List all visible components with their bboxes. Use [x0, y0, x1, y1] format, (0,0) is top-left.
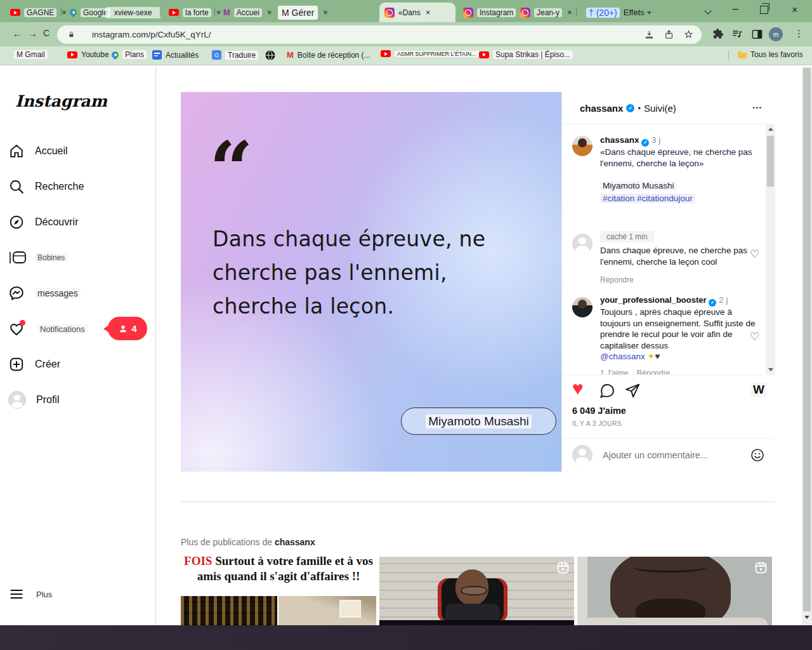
tab-close-icon[interactable]: × — [323, 8, 328, 17]
glasses — [461, 586, 487, 595]
thumb-photo-bottles — [181, 596, 277, 625]
thumbnail-post-3[interactable] — [577, 557, 772, 625]
instagram-logo[interactable]: Instagram — [15, 92, 107, 110]
window-restore-button[interactable] — [760, 6, 768, 14]
scroll-down-arrow[interactable] — [804, 616, 809, 619]
avatar[interactable] — [572, 297, 593, 317]
notification-dot — [20, 320, 25, 326]
scrollbar-thumb[interactable] — [767, 136, 774, 187]
tab-close-icon[interactable]: × — [426, 8, 431, 17]
youtube-favicon — [381, 50, 391, 57]
quote-line: cherche pas l'ennemi, — [213, 256, 485, 289]
side-panel-icon[interactable] — [751, 29, 763, 40]
bookmark-globe[interactable] — [265, 50, 275, 60]
tab-close-icon[interactable]: × — [567, 8, 572, 17]
bookmark-plans[interactable]: Plans — [112, 50, 147, 59]
reload-button[interactable]: C — [43, 28, 49, 38]
reel-icon — [557, 562, 569, 574]
bookmark-label: M Gmail — [14, 50, 48, 59]
section-divider — [181, 501, 775, 502]
follow-status[interactable]: Suivi(e) — [644, 103, 676, 114]
m-gradient-favicon: M — [223, 8, 230, 17]
avatar[interactable] — [572, 234, 593, 254]
thumb-photo-wall — [278, 596, 376, 625]
forward-button[interactable]: → — [28, 28, 37, 39]
thumbnail-post-1[interactable]: FOIS Surtout à votre famille et à vos am… — [181, 557, 376, 625]
bookmark-all-favorites[interactable]: Tous les favoris — [737, 50, 803, 59]
sidebar-item-decouvrir[interactable]: Découvrir — [8, 207, 148, 237]
url-text[interactable]: instagram.com/p/Cxfu5K_qYrL/ — [92, 30, 211, 39]
tab-title-count: (20+) — [596, 8, 617, 18]
back-button[interactable]: ← — [13, 28, 22, 39]
avatar — [572, 445, 593, 465]
sidebar-label: Recherche — [35, 181, 84, 192]
bookmark-traduire[interactable]: G Traduire — [212, 50, 258, 60]
sidebar-item-plus[interactable]: Plus — [8, 579, 148, 609]
notifications-count-badge[interactable]: 4 — [108, 317, 147, 340]
profile-avatar[interactable]: m — [769, 27, 783, 41]
tab-xview[interactable]: xview-sexe — [100, 3, 166, 22]
address-bar[interactable]: instagram.com/p/Cxfu5K_qYrL/ — [57, 25, 702, 44]
tab-active-dans[interactable]: «Dans × — [379, 3, 455, 22]
comments-scrollbar[interactable] — [766, 124, 775, 375]
tab-laforte[interactable]: la forte × — [164, 3, 226, 22]
thumbnail-post-2[interactable] — [379, 557, 574, 625]
scroll-up-arrow[interactable] — [768, 128, 773, 131]
emoji-smiley-icon[interactable] — [750, 448, 765, 463]
post-username[interactable]: chassanx — [580, 103, 623, 114]
sidebar-item-accueil[interactable]: Accueil — [8, 136, 148, 166]
instagram-favicon — [520, 8, 530, 18]
tab-gagne[interactable]: GAGNE × — [5, 3, 72, 22]
bookmark-gmail[interactable]: M Gmail — [14, 50, 48, 59]
sidebar-item-profil[interactable]: Profil — [8, 385, 148, 415]
avatar[interactable] — [572, 136, 593, 156]
comment-username[interactable]: your_professional_booster — [600, 295, 707, 305]
comment-likes[interactable]: 1 J'aime — [600, 369, 628, 375]
tab-search-chevron-icon[interactable] — [705, 8, 712, 15]
tab-effets[interactable]: † (20+) Effets + — [581, 3, 657, 22]
sidebar-item-messages[interactable]: messages — [8, 278, 148, 308]
sidebar-item-recherche[interactable]: Recherche — [8, 171, 148, 202]
comment-input[interactable] — [601, 449, 741, 461]
comment-like-icon[interactable]: ♡ — [750, 248, 759, 261]
tab-accueil-site[interactable]: M Accuei × — [218, 3, 277, 22]
playlist-music-icon[interactable] — [731, 28, 743, 41]
caption-username[interactable]: chassanx — [600, 135, 639, 145]
window-close-button[interactable]: × — [792, 4, 797, 16]
tab-gerer[interactable]: M Gérer × — [273, 3, 333, 22]
sidebar-item-bobines[interactable]: Bobines — [8, 242, 148, 273]
post-options-icon[interactable]: ••• — [753, 105, 763, 111]
more-posts-username[interactable]: chassanx — [275, 537, 315, 547]
scroll-down-arrow[interactable] — [768, 368, 773, 371]
bookmark-inbox[interactable]: MBoîte de réception (... — [287, 50, 370, 60]
bookmark-youtube[interactable]: Youtube — [67, 50, 109, 59]
browser-menu-kebab-icon[interactable]: ⋮ — [794, 28, 804, 39]
post-image[interactable]: “ Dans chaque épreuve, ne cherche pas l'… — [181, 92, 561, 472]
mention-link[interactable]: @chassanx — [600, 352, 645, 361]
tab-close-icon[interactable]: × — [267, 8, 272, 17]
share-send-icon[interactable] — [624, 383, 641, 399]
download-icon[interactable] — [644, 29, 655, 40]
comment-bubble-icon[interactable] — [599, 383, 615, 399]
comment-like-icon[interactable]: ♡ — [750, 330, 759, 343]
like-filled-heart-icon[interactable]: ♥ — [572, 378, 584, 399]
bookmark-actualites[interactable]: Actualités — [152, 50, 199, 60]
tab-jeany[interactable]: Jean-y × — [515, 3, 577, 22]
reply-button[interactable]: Répondre — [600, 274, 752, 286]
sparkle-emoji: ✦ — [648, 351, 655, 361]
sidebar-item-creer[interactable]: Créer — [8, 349, 148, 380]
likes-count[interactable]: 6 049 J'aime — [572, 406, 626, 416]
bookmark-supa-strikas[interactable]: Supa Strikas | Épiso... — [479, 50, 573, 59]
bookmark-star-icon[interactable] — [683, 29, 694, 40]
reply-button[interactable]: Répondre — [637, 369, 671, 375]
caption-hashtags[interactable]: #citation #citationdujour — [600, 194, 695, 203]
scrollbar-thumb[interactable] — [803, 68, 811, 611]
bookmark-asmr[interactable]: ASMR SUPPRIMER L'ÉTAIN... — [381, 50, 479, 57]
brown-heart-emoji: ♥ — [655, 351, 660, 361]
extensions-puzzle-icon[interactable] — [712, 27, 724, 40]
tab-title: Instagram — [477, 8, 516, 17]
page-scrollbar[interactable] — [802, 67, 812, 625]
window-minimize-button[interactable]: – — [733, 3, 738, 15]
save-button[interactable]: W — [750, 383, 767, 397]
share-icon[interactable] — [664, 29, 674, 40]
